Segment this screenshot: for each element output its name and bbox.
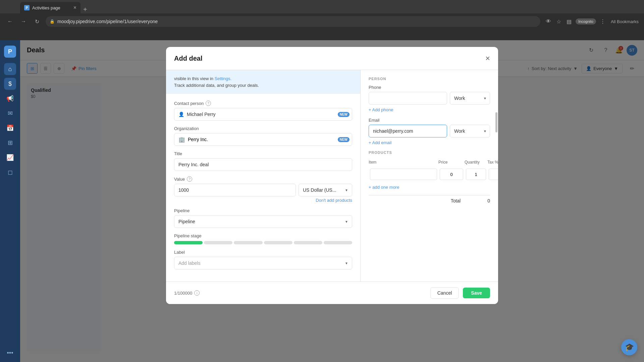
scrollbar-thumb[interactable] bbox=[495, 112, 497, 132]
browser-tab-active[interactable]: P Activities page × bbox=[20, 2, 80, 13]
phone-type-select[interactable]: Work bbox=[450, 92, 490, 105]
phone-input[interactable] bbox=[369, 92, 447, 105]
price-input[interactable] bbox=[440, 169, 463, 180]
tab-favicon: P bbox=[24, 5, 30, 10]
lock-icon: 🔒 bbox=[50, 19, 55, 24]
sidebar-item-deals[interactable]: $ bbox=[4, 78, 16, 90]
organization-label: Organization bbox=[174, 126, 352, 131]
save-button[interactable]: Save bbox=[463, 288, 490, 298]
pipeline-select[interactable]: Pipeline bbox=[174, 215, 352, 228]
tab-title: Activities page bbox=[32, 5, 60, 10]
sidebar-more-icon[interactable]: ••• bbox=[7, 350, 13, 357]
contact-person-input[interactable]: 👤 NEW bbox=[174, 108, 352, 121]
title-field: Title bbox=[174, 151, 352, 171]
new-tab-button[interactable]: + bbox=[80, 6, 90, 13]
refresh-button[interactable]: ↻ bbox=[32, 17, 42, 26]
title-label: Title bbox=[174, 151, 352, 156]
contact-person-help-icon[interactable]: ? bbox=[206, 101, 211, 106]
organization-field: Organization 🏢 NEW bbox=[174, 126, 352, 146]
currency-select[interactable]: US Dollar (US... bbox=[299, 184, 352, 196]
pipeline-select-wrapper: Pipeline bbox=[174, 215, 352, 228]
forward-button[interactable]: → bbox=[19, 17, 28, 26]
info-banner-text: visible in this view in bbox=[174, 76, 215, 81]
contact-person-label: Contact person ? bbox=[174, 101, 352, 106]
stage-1[interactable] bbox=[174, 241, 203, 244]
products-section: PRODUCTS Item Price Quantity Tax % Amoun… bbox=[369, 150, 490, 206]
right-scrollbar[interactable] bbox=[495, 70, 497, 282]
sidebar-item-calendar[interactable]: 📅 bbox=[4, 122, 16, 134]
email-input[interactable] bbox=[369, 125, 447, 137]
price-col-header: Price bbox=[438, 159, 465, 167]
contact-person-text-input[interactable] bbox=[187, 112, 348, 117]
sidebar-item-mail[interactable]: ✉ bbox=[4, 107, 16, 119]
item-input[interactable] bbox=[370, 169, 437, 180]
qty-input[interactable] bbox=[466, 169, 486, 180]
label-field-label: Label bbox=[174, 250, 352, 255]
add-email-button[interactable]: + Add email bbox=[369, 140, 391, 145]
organization-input-wrapper: 🏢 NEW bbox=[174, 133, 352, 146]
modal-body: visible in this view in Settings. Track … bbox=[166, 70, 498, 282]
sidebar-logo[interactable]: P bbox=[4, 46, 16, 58]
label-select[interactable]: Add labels bbox=[174, 257, 352, 269]
bookmark-star-icon[interactable]: ☆ bbox=[555, 17, 562, 26]
email-type-wrapper: Work bbox=[450, 125, 490, 137]
sidebar: P ⌂ $ 📢 ✉ 📅 ⊞ 📈 ◻ ••• bbox=[0, 40, 20, 362]
value-label: Value ? bbox=[174, 176, 352, 182]
eye-slash-icon: 👁 bbox=[544, 17, 552, 26]
products-table: Item Price Quantity Tax % Amount bbox=[369, 159, 498, 181]
title-input[interactable] bbox=[174, 158, 352, 171]
value-amount-input[interactable] bbox=[174, 184, 296, 196]
sidebar-item-products[interactable]: ◻ bbox=[4, 166, 16, 178]
pipeline-stage-label: Pipeline stage bbox=[174, 233, 352, 238]
email-type-select[interactable]: Work bbox=[450, 125, 490, 137]
counter-display: 1/100000 i bbox=[174, 290, 200, 296]
stage-6[interactable] bbox=[324, 241, 352, 244]
stage-5[interactable] bbox=[294, 241, 322, 244]
add-one-more-button[interactable]: + add one more bbox=[369, 185, 399, 190]
sidebar-item-home[interactable]: ⌂ bbox=[4, 63, 16, 75]
value-help-icon[interactable]: ? bbox=[187, 176, 192, 182]
info-banner: visible in this view in Settings. Track … bbox=[166, 70, 360, 94]
organization-text-input[interactable] bbox=[188, 137, 348, 142]
email-label: Email bbox=[369, 118, 490, 123]
pipeline-stage-field: Pipeline stage bbox=[174, 233, 352, 244]
person-icon: 👤 bbox=[178, 112, 184, 117]
settings-link[interactable]: Settings. bbox=[215, 76, 232, 81]
modal-header: Add deal × bbox=[166, 47, 498, 70]
add-deal-modal: Add deal × visible in this view in Setti… bbox=[166, 47, 498, 304]
product-qty-cell bbox=[465, 167, 487, 181]
dont-add-products-link[interactable]: Don't add products bbox=[174, 198, 352, 203]
sidebar-item-reports[interactable]: 📈 bbox=[4, 152, 16, 164]
chat-bubble-button[interactable]: 🎓 bbox=[621, 339, 637, 355]
info-banner-subtext: Track additional data, and group your de… bbox=[174, 83, 259, 88]
counter-info-icon[interactable]: i bbox=[194, 290, 200, 296]
address-bar[interactable]: 🔒 bbox=[46, 16, 540, 27]
item-col-header: Item bbox=[369, 159, 438, 167]
cancel-button[interactable]: Cancel bbox=[430, 287, 459, 299]
extensions-icon[interactable]: ⋮ bbox=[599, 17, 607, 26]
quantity-col-header: Quantity bbox=[465, 159, 487, 167]
org-icon: 🏢 bbox=[178, 136, 185, 143]
products-table-header: Item Price Quantity Tax % Amount bbox=[369, 159, 498, 167]
value-field: Value ? US Dollar (US... bbox=[174, 176, 352, 203]
tab-close-button[interactable]: × bbox=[73, 5, 76, 11]
total-value: 0 bbox=[487, 198, 490, 203]
contact-person-new-badge: NEW bbox=[338, 112, 350, 117]
contact-person-input-wrapper: 👤 NEW bbox=[174, 108, 352, 121]
url-input[interactable] bbox=[57, 19, 536, 24]
modal-close-button[interactable]: × bbox=[485, 54, 490, 63]
stage-3[interactable] bbox=[234, 241, 262, 244]
add-phone-button[interactable]: + Add phone bbox=[369, 107, 393, 112]
product-row bbox=[369, 167, 498, 181]
organization-input[interactable]: 🏢 NEW bbox=[174, 133, 352, 146]
pipeline-label: Pipeline bbox=[174, 208, 352, 213]
stage-4[interactable] bbox=[264, 241, 292, 244]
modal-left-panel: visible in this view in Settings. Track … bbox=[166, 70, 361, 282]
stage-2[interactable] bbox=[204, 241, 232, 244]
sidebar-item-contacts[interactable]: ⊞ bbox=[4, 137, 16, 149]
sidebar-icon[interactable]: ▤ bbox=[565, 17, 573, 26]
sidebar-item-activities[interactable]: 📢 bbox=[4, 93, 16, 105]
pipeline-stages bbox=[174, 241, 352, 244]
value-row: US Dollar (US... bbox=[174, 184, 352, 196]
back-button[interactable]: ← bbox=[5, 17, 15, 26]
